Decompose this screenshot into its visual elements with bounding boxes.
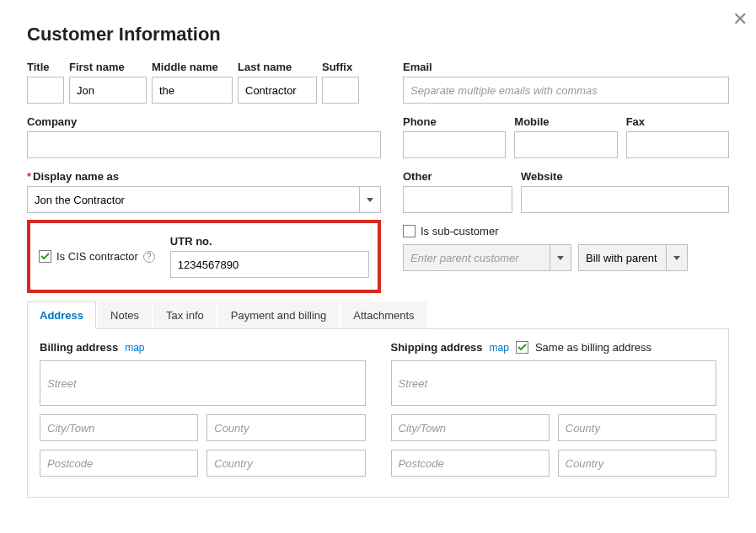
billing-address-label: Billing address [40,341,118,354]
company-label: Company [27,115,381,128]
help-icon[interactable]: ? [143,251,155,263]
bill-with-field[interactable] [578,244,666,271]
mobile-label: Mobile [514,115,617,128]
sub-customer-label: Is sub-customer [421,225,498,237]
phone-field[interactable] [403,131,506,158]
utr-label: UTR no. [170,235,369,248]
tab-payment-billing[interactable]: Payment and billing [218,301,339,328]
suffix-label: Suffix [322,61,359,73]
utr-field[interactable] [170,251,369,278]
shipping-street-field [391,360,717,406]
sub-customer-checkbox[interactable] [403,225,416,237]
display-name-dropdown[interactable] [359,186,381,213]
cis-contractor-label: Is CIS contractor [56,250,138,263]
email-field[interactable] [403,77,729,104]
suffix-field[interactable] [322,77,359,104]
billing-country-field[interactable] [206,450,365,477]
tab-address[interactable]: Address [27,301,96,329]
first-name-label: First name [69,61,147,73]
title-label: Title [27,61,64,73]
phone-label: Phone [403,115,506,128]
display-name-label: Display name as [27,170,381,183]
shipping-postcode-field [391,450,550,477]
last-name-label: Last name [238,61,317,73]
same-as-billing-label: Same as billing address [535,341,651,354]
first-name-field[interactable] [69,77,147,104]
shipping-county-field [558,414,716,441]
other-field[interactable] [403,186,512,213]
parent-customer-dropdown[interactable] [550,244,571,271]
billing-county-field[interactable] [206,414,365,441]
chevron-down-icon [557,256,564,260]
close-icon[interactable]: ✕ [732,8,748,30]
tab-tax-info[interactable]: Tax info [153,301,217,328]
cis-highlight-box: Is CIS contractor ? UTR no. [27,220,381,293]
billing-map-link[interactable]: map [125,342,144,354]
shipping-address-label: Shipping address [391,341,483,354]
bill-with-dropdown[interactable] [666,244,688,271]
tabs: Address Notes Tax info Payment and billi… [27,301,729,329]
cis-contractor-checkbox[interactable] [39,250,51,263]
shipping-map-link[interactable]: map [490,342,509,354]
fax-label: Fax [626,115,729,128]
billing-street-field[interactable] [40,360,366,406]
tab-attachments[interactable]: Attachments [340,301,426,328]
shipping-country-field [558,450,716,477]
same-as-billing-checkbox[interactable] [516,341,528,354]
tab-notes[interactable]: Notes [98,301,152,328]
title-field[interactable] [27,77,64,104]
chevron-down-icon [673,256,680,260]
middle-name-label: Middle name [152,61,233,73]
other-label: Other [403,170,512,183]
chevron-down-icon [367,198,373,202]
mobile-field[interactable] [514,131,617,158]
website-field[interactable] [521,186,729,213]
parent-customer-field[interactable] [403,244,550,271]
last-name-field[interactable] [238,77,317,104]
billing-city-field[interactable] [40,414,198,441]
email-label: Email [403,61,729,73]
billing-postcode-field[interactable] [40,450,198,477]
page-title: Customer Information [27,24,729,45]
middle-name-field[interactable] [152,77,233,104]
company-field[interactable] [27,131,381,158]
fax-field[interactable] [626,131,729,158]
shipping-city-field [391,414,550,441]
website-label: Website [521,170,729,183]
display-name-field[interactable] [27,186,359,213]
